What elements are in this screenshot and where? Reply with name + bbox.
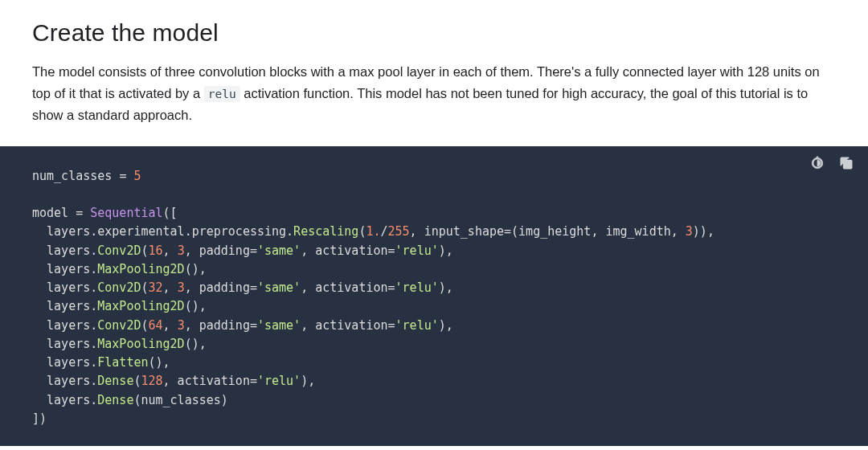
code-pre: num_classes = 5 model = Sequential([ lay… — [32, 167, 836, 429]
inline-code-relu: relu — [204, 86, 240, 102]
code-block: num_classes = 5 model = Sequential([ lay… — [0, 146, 868, 447]
toggle-theme-icon[interactable] — [809, 154, 826, 172]
tutorial-section: Create the model The model consists of t… — [0, 0, 868, 446]
section-title: Create the model — [32, 19, 836, 47]
section-paragraph: The model consists of three convolution … — [32, 61, 836, 127]
copy-icon[interactable] — [837, 154, 855, 172]
code-actions — [809, 154, 855, 172]
